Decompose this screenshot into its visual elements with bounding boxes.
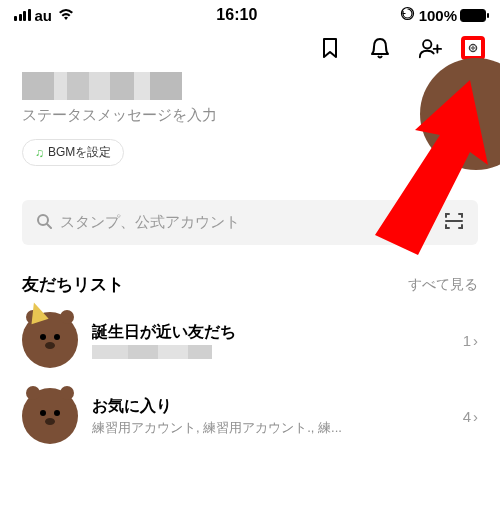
friend-row-title: お気に入り [92,396,449,417]
search-placeholder: スタンプ、公式アカウント [60,213,436,232]
battery-icon [460,9,486,22]
search-bar[interactable]: スタンプ、公式アカウント [22,200,478,245]
friend-list-title: 友だちリスト [22,273,124,296]
profile-avatar[interactable] [420,58,500,170]
friend-row[interactable]: 誕生日が近い友だち 1 › [0,302,500,378]
bookmark-icon[interactable] [318,36,342,60]
header-actions [0,26,500,64]
friend-row-count: 4 › [463,408,478,425]
signal-icon [14,9,31,21]
friend-row[interactable]: お気に入り 練習用アカウント, 練習用アカウント., 練... 4 › [0,378,500,454]
svg-line-4 [47,224,51,228]
carrier-label: au [35,7,53,24]
status-bar: au 16:10 100% [0,0,500,26]
profile-section: ステータスメッセージを入力 ♫ BGMを設定 [0,64,500,178]
chevron-right-icon: › [473,408,478,425]
friend-row-count: 1 › [463,332,478,349]
friend-row-title: 誕生日が近い友だち [92,322,449,343]
scan-icon[interactable] [444,212,464,233]
svg-point-1 [423,40,431,48]
friend-avatar-birthday [22,312,78,368]
rotation-lock-icon [400,6,415,24]
bgm-label: BGMを設定 [48,144,111,161]
search-icon [36,213,52,232]
chevron-right-icon: › [473,332,478,349]
bgm-button[interactable]: ♫ BGMを設定 [22,139,124,166]
music-note-icon: ♫ [35,146,44,160]
settings-icon[interactable] [461,36,485,60]
friend-list-header: 友だちリスト すべて見る [0,245,500,302]
status-message[interactable]: ステータスメッセージを入力 [22,106,478,125]
add-friend-icon[interactable] [418,36,442,60]
wifi-icon [58,7,74,24]
friend-row-subtitle-redacted [92,345,212,359]
bell-icon[interactable] [368,36,392,60]
battery-pct: 100% [419,7,457,24]
see-all-link[interactable]: すべて見る [408,276,478,294]
friend-row-subtitle: 練習用アカウント, 練習用アカウント., 練... [92,419,449,437]
profile-name-redacted [22,72,182,100]
clock: 16:10 [216,6,257,24]
svg-point-2 [472,47,475,50]
friend-avatar-favorite [22,388,78,444]
